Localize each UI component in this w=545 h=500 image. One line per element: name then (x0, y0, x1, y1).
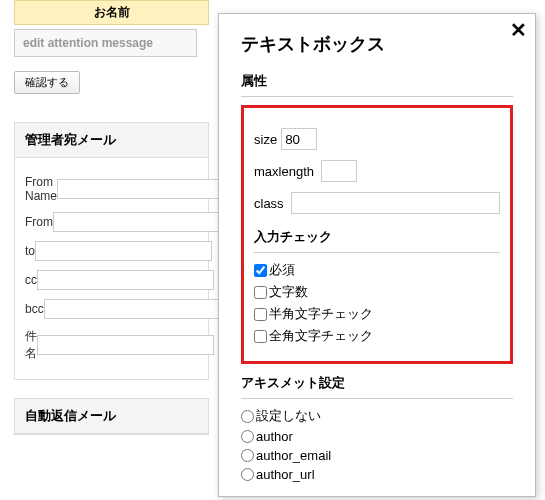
to-label: to (25, 244, 35, 258)
divider (241, 398, 513, 399)
divider (241, 96, 513, 97)
required-label: 必須 (269, 261, 295, 279)
from-name-input[interactable] (57, 179, 234, 199)
close-icon[interactable]: ✕ (510, 20, 527, 40)
auto-reply-title: 自動返信メール (15, 399, 208, 434)
to-input[interactable] (35, 241, 212, 261)
attributes-title: 属性 (241, 72, 513, 90)
akismet-url-label: author_url (256, 467, 315, 482)
confirm-button[interactable]: 確認する (14, 71, 80, 94)
akismet-url-radio[interactable] (241, 468, 254, 481)
hankaku-checkbox[interactable] (254, 308, 267, 321)
akismet-author-radio[interactable] (241, 430, 254, 443)
cc-label: cc (25, 273, 37, 287)
required-checkbox[interactable] (254, 264, 267, 277)
akismet-email-label: author_email (256, 448, 331, 463)
maxlength-label: maxlength (254, 164, 314, 179)
highlighted-settings: size maxlength class 入力チェック 必須 文字数 半角文字チ… (241, 105, 513, 364)
akismet-author-label: author (256, 429, 293, 444)
auto-reply-panel: 自動返信メール (14, 398, 209, 435)
size-label: size (254, 132, 277, 147)
class-label: class (254, 196, 284, 211)
maxlength-input[interactable] (321, 160, 357, 182)
class-input[interactable] (291, 192, 500, 214)
charcount-checkbox[interactable] (254, 286, 267, 299)
subject-input[interactable] (37, 335, 214, 355)
from-input[interactable] (53, 212, 230, 232)
bcc-input[interactable] (44, 299, 221, 319)
akismet-none-radio[interactable] (241, 410, 254, 423)
zenkaku-label: 全角文字チェック (269, 327, 373, 345)
akismet-none-label: 設定しない (256, 407, 321, 425)
zenkaku-checkbox[interactable] (254, 330, 267, 343)
attention-banner[interactable]: edit attention message (14, 29, 197, 57)
admin-mail-title: 管理者宛メール (15, 123, 208, 158)
validation-title: 入力チェック (254, 228, 500, 246)
from-name-label: From Name (25, 175, 57, 203)
admin-mail-panel: 管理者宛メール From Name From to cc bcc (14, 122, 209, 380)
textbox-settings-modal: ✕ テキストボックス 属性 size maxlength class 入力チェッ… (218, 13, 536, 497)
divider (254, 252, 500, 253)
charcount-label: 文字数 (269, 283, 308, 301)
subject-label: 件名 (25, 328, 37, 362)
from-label: From (25, 215, 53, 229)
hankaku-label: 半角文字チェック (269, 305, 373, 323)
akismet-title: アキスメット設定 (241, 374, 513, 392)
cc-input[interactable] (37, 270, 214, 290)
akismet-email-radio[interactable] (241, 449, 254, 462)
bcc-label: bcc (25, 302, 44, 316)
size-input[interactable] (281, 128, 317, 150)
modal-title: テキストボックス (241, 28, 513, 56)
name-header: お名前 (14, 0, 209, 25)
